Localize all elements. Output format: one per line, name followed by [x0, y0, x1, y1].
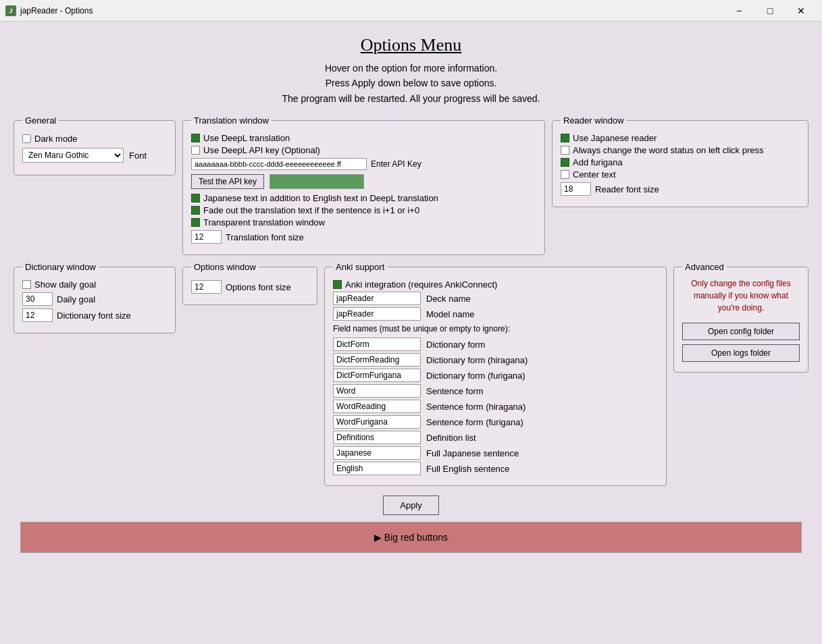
advanced-panel: Advanced Only change the config files ma…: [673, 262, 808, 373]
options-font-size-label: Options font size: [226, 282, 291, 292]
always-change-label: Always change the word status on left cl…: [573, 145, 764, 155]
anki-field-input-3[interactable]: [333, 384, 421, 398]
translation-legend: Translation window: [191, 115, 272, 126]
anki-field-input-4[interactable]: [333, 400, 421, 413]
anki-field-input-1[interactable]: [333, 353, 421, 367]
dark-mode-checkbox[interactable]: [22, 134, 31, 143]
general-legend: General: [22, 115, 59, 126]
anki-field-row: Dictionary form (furigana): [333, 369, 658, 382]
advanced-warning: Only change the config files manually if…: [682, 277, 800, 314]
open-logs-button[interactable]: Open logs folder: [682, 344, 800, 362]
anki-integration-row: Anki integration (requires AnkiConnect): [333, 279, 658, 290]
translation-font-size-row: Translation font size: [191, 230, 536, 244]
anki-field-label-5: Sentence form (furigana): [426, 417, 523, 427]
options-font-size-input[interactable]: [191, 280, 222, 294]
anki-legend: Anki support: [333, 262, 387, 272]
api-key-placeholder-label: Enter API Key: [371, 159, 421, 169]
dictionary-legend: Dictionary window: [22, 262, 99, 272]
transparent-checkbox[interactable]: [191, 218, 200, 227]
use-deepl-checkbox[interactable]: [191, 134, 200, 142]
anki-field-input-8[interactable]: [333, 462, 421, 475]
use-deepl-label: Use DeepL translation: [203, 133, 290, 143]
model-name-row: Model name: [333, 307, 658, 321]
anki-field-input-7[interactable]: [333, 446, 421, 460]
reader-font-size-row: Reader font size: [561, 182, 800, 196]
app-icon: J: [5, 5, 16, 16]
anki-field-label-8: Full English sentence: [426, 464, 510, 474]
test-api-row: Test the API key: [191, 174, 536, 189]
use-deepl-row: Use DeepL translation: [191, 133, 536, 143]
add-furigana-checkbox[interactable]: [561, 158, 569, 167]
anki-field-input-6[interactable]: [333, 431, 421, 444]
model-name-input[interactable]: [333, 307, 421, 321]
big-red-bar[interactable]: ▶ Big red buttons: [20, 522, 802, 553]
use-reader-row: Use Japanese reader: [561, 133, 800, 143]
show-daily-goal-checkbox[interactable]: [22, 280, 31, 289]
use-reader-label: Use Japanese reader: [573, 133, 657, 143]
daily-goal-label: Daily goal: [57, 294, 95, 304]
use-reader-checkbox[interactable]: [561, 134, 569, 142]
use-api-key-label: Use DeepL API key (Optional): [203, 145, 320, 155]
dictionary-font-size-row: Dictionary font size: [22, 308, 167, 322]
anki-field-row: Full Japanese sentence: [333, 446, 658, 460]
center-text-checkbox[interactable]: [561, 170, 569, 179]
dictionary-panel: Dictionary window Show daily goal Daily …: [14, 262, 176, 333]
reader-legend: Reader window: [561, 115, 627, 126]
daily-goal-input[interactable]: [22, 292, 53, 306]
add-furigana-label: Add furigana: [573, 157, 623, 167]
close-button[interactable]: ✕: [786, 0, 817, 22]
anki-field-row: Sentence form: [333, 384, 658, 398]
translation-font-size-input[interactable]: [191, 230, 222, 244]
anki-field-label-4: Sentence form (hiragana): [426, 402, 525, 412]
deck-name-input[interactable]: [333, 292, 421, 305]
font-select[interactable]: Zen Maru Gothic Gothic Arial MS Mincho: [22, 148, 124, 163]
japanese-text-checkbox[interactable]: [191, 194, 200, 203]
anki-panel: Anki support Anki integration (requires …: [324, 262, 667, 486]
fade-checkbox[interactable]: [191, 206, 200, 215]
open-config-button[interactable]: Open config folder: [682, 323, 800, 340]
font-label: Font: [129, 151, 147, 161]
translation-font-size-label: Translation font size: [226, 232, 304, 242]
dictionary-font-size-input[interactable]: [22, 308, 53, 322]
anki-field-input-2[interactable]: [333, 369, 421, 382]
deck-name-label: Deck name: [426, 294, 471, 304]
anki-field-label-1: Dictionary form (hiragana): [426, 355, 528, 365]
minimize-button[interactable]: −: [723, 0, 754, 22]
anki-integration-label: Anki integration (requires AnkiConnect): [345, 279, 497, 290]
use-api-key-checkbox[interactable]: [191, 146, 200, 155]
api-key-input[interactable]: [191, 158, 367, 170]
anki-field-row: Sentence form (hiragana): [333, 400, 658, 413]
translation-panel: Translation window Use DeepL translation…: [182, 115, 545, 255]
titlebar: J japReader - Options − □ ✕: [0, 0, 822, 22]
reader-font-size-label: Reader font size: [595, 184, 659, 194]
always-change-checkbox[interactable]: [561, 146, 569, 155]
advanced-legend: Advanced: [682, 262, 727, 272]
anki-field-label-0: Dictionary form: [426, 340, 485, 350]
anki-field-row: Definition list: [333, 431, 658, 444]
dictionary-font-size-label: Dictionary font size: [57, 311, 131, 321]
dark-mode-label: Dark mode: [34, 134, 78, 144]
show-daily-goal-label: Show daily goal: [34, 279, 96, 290]
test-api-button[interactable]: Test the API key: [191, 174, 264, 189]
anki-field-input-0[interactable]: [333, 338, 421, 351]
anki-integration-checkbox[interactable]: [333, 280, 342, 289]
options-font-size-row: Options font size: [191, 280, 309, 294]
font-row: Zen Maru Gothic Gothic Arial MS Mincho F…: [22, 148, 167, 163]
fields-header: Field names (must be unique or empty to …: [333, 324, 658, 333]
transparent-row: Transparent translation window: [191, 217, 536, 227]
test-api-indicator: [269, 174, 364, 189]
top-panels: General Dark mode Zen Maru Gothic Gothic…: [14, 115, 808, 255]
deck-name-row: Deck name: [333, 292, 658, 305]
daily-goal-row: Daily goal: [22, 292, 167, 306]
anki-fields: Dictionary formDictionary form (hiragana…: [333, 338, 658, 475]
center-text-row: Center text: [561, 169, 800, 180]
apply-button[interactable]: Apply: [383, 495, 439, 515]
apply-area: Apply: [14, 495, 808, 515]
center-text-label: Center text: [573, 169, 616, 180]
anki-field-label-2: Dictionary form (furigana): [426, 371, 525, 381]
maximize-button[interactable]: □: [754, 0, 786, 22]
anki-field-label-7: Full Japanese sentence: [426, 448, 519, 458]
anki-field-input-5[interactable]: [333, 415, 421, 429]
page-subtitle: Hover on the option for more information…: [14, 61, 808, 106]
reader-font-size-input[interactable]: [561, 182, 591, 196]
